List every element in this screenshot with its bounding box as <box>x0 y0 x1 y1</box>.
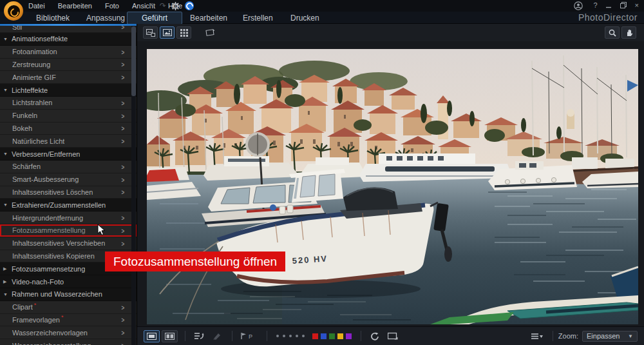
triangle-right-icon: ▶ <box>3 266 12 271</box>
svg-text:P: P <box>249 333 252 340</box>
zoom-select[interactable]: Einpassen ▼ <box>582 331 638 342</box>
bottom-toolbar: P <box>137 326 644 345</box>
sidebar-item-wasserzeichenerstellung[interactable]: Wasserzeichenerstellung> <box>0 339 137 345</box>
sidebar-item-lichtstrahlen[interactable]: Lichtstrahlen> <box>0 97 137 110</box>
tab-anpassung[interactable]: Anpassung <box>86 14 125 23</box>
new-badge: * <box>34 302 37 308</box>
rating-dots[interactable] <box>276 335 305 337</box>
annotation-callout: Fotozusammenstellung öffnen <box>105 251 285 271</box>
sidebar-item-stil[interactable]: Stil> <box>0 26 137 33</box>
hand-pan-icon[interactable] <box>621 26 636 39</box>
sidebar-section-extrahieren-zusammenstellen[interactable]: ▼Extrahieren/Zusammenstellen <box>0 199 137 212</box>
sidebar-item-bokeh[interactable]: Bokeh> <box>0 123 137 135</box>
tab-erstellen[interactable]: Erstellen <box>243 14 273 23</box>
menu-datei[interactable]: Datei <box>28 2 45 10</box>
sidebar-item-clipart[interactable]: Clipart*> <box>0 301 137 314</box>
app-title: PhotoDirector <box>578 12 638 23</box>
sidebar-item-funkeln[interactable]: Funkeln> <box>0 110 137 123</box>
sidebar-item-zerstreuung[interactable]: Zerstreuung> <box>0 59 137 72</box>
sidebar-item-hintergrundentfernung[interactable]: Hintergrundentfernung> <box>0 212 137 224</box>
sidebar-item-schaerfen[interactable]: Schärfen> <box>0 161 137 173</box>
triangle-down-icon: ▼ <box>3 292 12 297</box>
cyberlink-badge-icon[interactable] <box>185 1 194 10</box>
new-badge: * <box>61 314 64 320</box>
sidebar-item-wasserzeichenvorlagen[interactable]: Wasserzeichenvorlagen> <box>0 326 137 339</box>
settings-gear-icon[interactable] <box>171 2 180 10</box>
sidebar-item-smart-ausbesserung[interactable]: Smart-Ausbesserung> <box>0 173 137 186</box>
menu-foto[interactable]: Foto <box>105 2 119 10</box>
color-swatch-blue[interactable] <box>321 333 327 339</box>
chevron-down-icon: ▼ <box>628 333 633 339</box>
harbor-photo: 520 HV <box>147 49 638 324</box>
undo-icon[interactable]: ↶ <box>148 1 155 10</box>
sidebar-section-verbessern-entfernen[interactable]: ▼Verbessern/Entfernen <box>0 148 137 161</box>
sidebar-section-video-nach-foto[interactable]: ▶Video-nach-Foto <box>0 275 137 288</box>
color-label-swatches[interactable] <box>312 333 352 339</box>
tab-drucken[interactable]: Drucken <box>290 14 319 23</box>
zoom-value: Einpassen <box>587 332 620 340</box>
sidebar-item-natuerliches-licht[interactable]: Natürliches Licht> <box>0 135 137 148</box>
zoom-label: Zoom: <box>558 332 578 340</box>
close-icon[interactable]: × <box>635 1 639 9</box>
sidebar-scrollbar[interactable] <box>131 26 136 345</box>
tab-bar: Bibliothek Anpassung Geführt Bearbeiten … <box>0 12 644 24</box>
color-swatch-red[interactable] <box>312 333 318 339</box>
menu-bar: Datei Bearbeiten Foto Ansicht Hilfe ↶ ↷ … <box>0 0 644 12</box>
sidebar-item-fotozusammenstellung[interactable]: Fotozusammenstellung> <box>0 224 137 237</box>
sidebar-item-framevorlagen[interactable]: Framevorlagen*> <box>0 314 137 327</box>
sidebar-item-inhaltssensitives-verschieben[interactable]: Inhaltssensitives Verschieben> <box>0 237 137 250</box>
color-swatch-purple[interactable] <box>346 333 352 339</box>
triangle-down-icon: ▼ <box>3 88 12 92</box>
photodirector-window: Datei Bearbeiten Foto Ansicht Hilfe ↶ ↷ … <box>0 0 644 345</box>
sidebar-item-inhaltssensitives-loeschen[interactable]: Inhaltssensitives Löschen> <box>0 186 137 199</box>
color-swatch-yellow[interactable] <box>337 333 343 339</box>
sidebar-item-fotoanimation[interactable]: Fotoanimation> <box>0 46 137 59</box>
tab-bearbeiten[interactable]: Bearbeiten <box>190 14 227 23</box>
menu-bearbeiten[interactable]: Bearbeiten <box>58 2 92 10</box>
triangle-down-icon: ▼ <box>3 202 12 207</box>
proof-export-icon[interactable] <box>384 330 401 342</box>
tab-gefuehrt[interactable]: Geführt <box>127 12 182 25</box>
rotate-icon[interactable] <box>366 330 383 342</box>
compare-thumb-view-icon[interactable] <box>143 26 158 39</box>
minimize-icon[interactable] <box>606 3 612 8</box>
triangle-down-icon: ▼ <box>3 37 12 41</box>
sidebar-item-animierte-gif[interactable]: Animierte GIF> <box>0 71 137 84</box>
redo-icon[interactable]: ↷ <box>160 1 166 10</box>
quick-list-icon[interactable] <box>529 330 545 342</box>
pen-icon[interactable] <box>209 330 225 342</box>
magnifier-icon[interactable] <box>605 26 620 39</box>
account-icon[interactable] <box>574 1 583 10</box>
sidebar-section-rahmen-und-wasserzeichen[interactable]: ▼Rahmen und Wasserzeichen <box>0 288 137 301</box>
guided-modules-sidebar: Stil> ▼Animationseffekte Fotoanimation> … <box>0 24 137 345</box>
help-button[interactable]: ? <box>593 1 597 9</box>
photodirector-logo <box>4 1 23 21</box>
scrollbar-thumb[interactable] <box>131 26 136 96</box>
photo-canvas[interactable]: 520 HV <box>137 41 644 326</box>
editor-content: 520 HV <box>137 24 644 345</box>
rotate-canvas-icon[interactable] <box>202 26 217 39</box>
color-swatch-green[interactable] <box>329 333 335 339</box>
split-pane-icon[interactable] <box>162 330 178 342</box>
restore-icon[interactable] <box>620 2 627 8</box>
triangle-right-icon: ▶ <box>3 279 12 284</box>
flag-pick-icon[interactable]: P <box>238 330 260 342</box>
single-pane-icon[interactable] <box>144 330 160 342</box>
mouse-cursor <box>97 224 106 239</box>
tab-bibliothek[interactable]: Bibliothek <box>36 14 70 23</box>
sidebar-section-lichteffekte[interactable]: ▼Lichteffekte <box>0 84 137 97</box>
viewer-toolbar <box>137 24 644 41</box>
grid-view-icon[interactable] <box>176 26 191 39</box>
single-view-icon[interactable] <box>160 26 175 39</box>
triangle-down-icon: ▼ <box>3 152 12 156</box>
history-icon[interactable] <box>191 330 207 342</box>
sidebar-section-animationseffekte[interactable]: ▼Animationseffekte <box>0 33 137 46</box>
